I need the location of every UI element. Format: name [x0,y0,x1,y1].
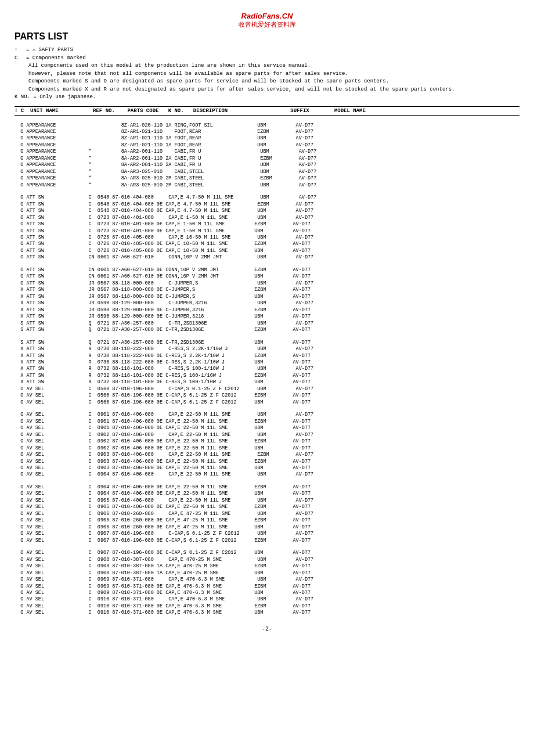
table-row: S ATT SW Q 0721 87-A30-257-080 0E C-TR,2… [15,327,519,333]
table-row: X ATT SW JR 0590 88-129-000-080 C-JUMPER… [15,300,519,307]
section-av_sel_1: O AV SEL C 0901 87-010-406-080 CAP,E 22-… [15,412,519,478]
table-row: O APPEARANCE 8Z-AR1-021-110 FOOT,REAR EZ… [15,129,519,135]
table-row: O AV SEL C 0560 87-010-196-080 0E C-CAP,… [15,399,519,406]
table-row: O APPEARANCE * 8A-AR3-025-010 CABI,STEEL… [15,169,519,175]
safty-legend: = ⚠ SAFTY PARTS [26,46,73,55]
page-title: PARTS LIST [15,31,519,42]
table-row: O APPEARANCE * 8A-AR2-001-110 2A CABI,FR… [15,156,519,162]
section-att_sw_1: O ATT SW C 0548 87-010-404-080 CAP,E 4.7… [15,195,519,261]
site-subtitle: 收音机爱好者资料库 [15,20,519,29]
c-symbol: C [15,55,24,63]
table-row: O APPEARANCE * 8A-AR2-001-110 2A CABI,FR… [15,162,519,168]
table-row: O ATT SW C 0548 87-010-404-080 CAP,E 4.7… [15,195,519,201]
table-row: O ATT SW JR 0567 88-118-000-080 C-JUMPER… [15,280,519,287]
table-row: O ATT SW CN 0601 87-A60-627-010 CONN,10P… [15,254,519,261]
table-row: O AV SEL C 0910 87-010-371-080 0E CAP,E … [15,603,519,610]
column-header: ! C UNIT NAME REF NO. PARTS CODE K NO. D… [15,106,519,116]
note4: Components marked X and R are not design… [28,86,519,94]
table-row: O AV SEL C 0908 87-010-387-080 1A CAP,E … [15,563,519,570]
table-row: O AV SEL C 0910 87-010-371-080 CAP,E 470… [15,596,519,603]
table-row: X ATT SW R 0730 88-118-222-080 0E C-RES,… [15,359,519,366]
table-row: O AV SEL C 0909 87-010-371-080 0E CAP,E … [15,584,519,590]
table-row: O AV SEL C 0908 87-010-387-080 1A CAP,E … [15,570,519,577]
table-row: X ATT SW R 0730 88-118-222-080 C-RES,S 2… [15,346,519,352]
section-appearance: O APPEARANCE 8Z-AR1-020-110 1A RING,FOOT… [15,123,519,189]
section-av_sel_2: O AV SEL C 0904 87-010-406-080 0E CAP,E … [15,484,519,544]
legend: ! = ⚠ SAFTY PARTS C = Components marked … [15,46,519,102]
table-row: O ATT SW CN 0601 87-A60-627-010 0E CONN,… [15,273,519,280]
components-legend: = Components marked [26,55,86,63]
table-row: O AV SEL C 0910 87-010-371-080 0E CAP,E … [15,610,519,616]
table-row: O APPEARANCE * 8A-AR2-001-110 CABI,FR U … [15,149,519,155]
table-row: O ATT SW C 0726 87-010-405-080 0E CAP,E … [15,241,519,247]
table-row: O AV SEL C 0903 87-010-406-080 0E CAP,E … [15,459,519,465]
table-row: O ATT SW C 0726 87-010-405-080 CAP,E 10-… [15,235,519,241]
section-av_sel_3: O AV SEL C 0907 87-010-196-080 0E C-CAP,… [15,550,519,617]
table-row: O ATT SW C 0723 87-010-401-080 0E CAP,E … [15,221,519,228]
site-title: RadioFans.CN [15,12,519,20]
note1: All components used on this model at the… [28,62,519,70]
table-row: O ATT SW C 0548 87-010-404-080 0E CAP,E … [15,201,519,208]
table-row: O AV SEL C 0905 87-010-406-080 0E CAP,E … [15,504,519,510]
table-row: X ATT SW R 0732 88-118-101-080 0E C-RES,… [15,379,519,386]
table-row: O APPEARANCE * 8A-AR3-025-010 2M CABI,ST… [15,175,519,182]
table-row: O ATT SW C 0548 87-010-404-080 0E CAP,E … [15,208,519,214]
table-row: O AV SEL C 0902 87-010-406-080 CAP,E 22-… [15,432,519,438]
table-row: O AV SEL C 0904 87-010-406-080 0E CAP,E … [15,491,519,497]
table-row: X ATT SW JR 0567 88-118-000-080 0E C-JUM… [15,287,519,293]
section-att_sw_2: O ATT SW CN 0601 87-A60-627-010 0E CONN,… [15,267,519,334]
table-row: O AV SEL C 0906 87-010-260-080 CAP,E 47-… [15,511,519,517]
site-header: RadioFans.CN 收音机爱好者资料库 [15,12,519,29]
table-row: O APPEARANCE 8Z-AR1-021-110 1A FOOT,REAR… [15,142,519,149]
table-row: O APPEARANCE 8Z-AR1-021-110 1A FOOT,REAR… [15,135,519,142]
section-att_sw_3: S ATT SW Q 0721 87-A30-257-080 0E C-TR,2… [15,340,519,406]
table-row: O AV SEL C 0908 87-010-387-080 CAP,E 470… [15,557,519,563]
table-row: S ATT SW Q 0721 87-A30-257-080 0E C-TR,2… [15,340,519,346]
table-row: O AV SEL C 0906 87-010-260-080 0E CAP,E … [15,517,519,524]
table-row: O AV SEL C 0902 87-010-406-080 0E CAP,E … [15,445,519,452]
table-row: O AV SEL C 0904 87-010-406-080 CAP,E 22-… [15,471,519,478]
table-row: O APPEARANCE * 8A-AR3-025-010 2M CABI,ST… [15,182,519,189]
table-row: O AV SEL C 0560 87-010-196-080 0E C-CAP,… [15,393,519,399]
table-row: S ATT SW Q 0721 87-A30-257-080 C-TR,2SD1… [15,321,519,327]
table-row: O AV SEL C 0901 87-010-406-080 CAP,E 22-… [15,412,519,418]
note3: Components marked S and O are designated… [28,78,519,86]
table-row: O AV SEL C 0905 87-010-406-080 CAP,E 22-… [15,498,519,504]
page-number: -2- [15,626,519,632]
data-sections: O APPEARANCE 8Z-AR1-020-110 1A RING,FOOT… [15,117,519,617]
table-row: O AV SEL C 0907 87-010-196-080 0E C-CAP,… [15,550,519,556]
table-row: O ATT SW C 0723 87-010-401-080 0E CAP,E … [15,228,519,235]
table-row: X ATT SW R 0730 88-118-222-080 0E C-RES,… [15,353,519,359]
table-row: O AV SEL C 0907 87-010-196-080 C-CAP,S 0… [15,531,519,537]
k-note: K NO. = Only use japanese. [15,93,519,102]
table-row: O APPEARANCE 8Z-AR1-020-110 1A RING,FOOT… [15,123,519,129]
table-row: O AV SEL C 0903 87-010-406-080 0E CAP,E … [15,465,519,471]
table-row: O AV SEL C 0907 87-010-196-080 0E C-CAP,… [15,538,519,544]
table-row: O AV SEL C 0560 87-010-196-080 C-CAP,S 0… [15,386,519,393]
table-row: O AV SEL C 0902 87-010-406-080 0E CAP,E … [15,438,519,445]
table-row: O AV SEL C 0906 87-010-260-080 0E CAP,E … [15,524,519,531]
table-row: O AV SEL C 0901 87-010-406-080 0E CAP,E … [15,425,519,431]
table-row: X ATT SW JR 0590 88-129-000-080 0E C-JUM… [15,307,519,314]
table-row: O AV SEL C 0909 87-010-371-080 0E CAP,E … [15,590,519,596]
exclamation-symbol: ! [15,46,24,55]
note2: However, please note that not all compon… [28,70,519,78]
table-row: O AV SEL C 0904 87-010-406-080 0E CAP,E … [15,484,519,491]
table-row: X ATT SW R 0732 88-118-101-080 0E C-RES,… [15,373,519,379]
table-row: X ATT SW JR 0590 88-129-000-080 0E C-JUM… [15,314,519,320]
table-row: O ATT SW CN 0601 87-A60-627-010 0E CONN,… [15,267,519,273]
table-row: O AV SEL C 0901 87-010-406-080 0E CAP,E … [15,419,519,425]
table-row: O ATT SW C 0726 87-010-405-080 0E CAP,E … [15,248,519,254]
table-row: X ATT SW JR 0567 88-118-000-080 0E C-JUM… [15,294,519,300]
table-row: X ATT SW R 0732 88-118-101-080 C-RES,S 1… [15,366,519,372]
table-row: O AV SEL C 0903 87-010-406-080 CAP,E 22-… [15,452,519,458]
table-row: O AV SEL C 0909 87-010-371-080 CAP,E 470… [15,577,519,583]
table-row: O ATT SW C 0723 87-010-401-080 CAP,E 1-5… [15,215,519,221]
